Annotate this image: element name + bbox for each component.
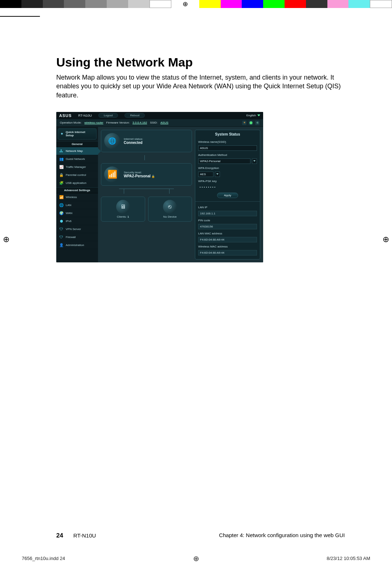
print-footer: 7656_rtn10u.indd 24 ⊕ 8/23/12 10:05:53 A… (22, 556, 370, 561)
op-mode-value[interactable]: wireless router (85, 121, 103, 124)
footer-chapter: Chapter 4: Network configuration using t… (219, 532, 345, 539)
enc-field-label: WPA Encryption (198, 166, 257, 170)
page-footer: 24 RT-N10U Chapter 4: Network configurat… (56, 532, 345, 539)
wifi-icon: 📶 (59, 195, 64, 199)
ssid-input[interactable] (198, 145, 257, 151)
router-ui-screenshot: ASUS RT-N10U Logout Reboot English Opera… (56, 112, 263, 262)
usb-icon: ⎋ (163, 200, 177, 214)
sidebar-item-vpn-server[interactable]: 🛡VPN Server (56, 225, 98, 233)
sidebar-heading-advanced: Advanced Settings (56, 187, 98, 193)
clients-card[interactable]: 🖥 Clients: 1 (101, 197, 145, 222)
enc-select[interactable] (198, 172, 213, 177)
sidebar-item-firewall[interactable]: 🛡Firewall (56, 233, 98, 241)
enc-dropdown-button[interactable] (215, 172, 220, 177)
psk-field-label: WPA-PSK key (198, 180, 257, 183)
sidebar-item-network-map[interactable]: 🖧Network Map (56, 147, 98, 155)
apply-button[interactable]: Apply (217, 193, 238, 198)
intro-paragraph: Network Map allows you to view the statu… (56, 73, 345, 100)
reboot-button[interactable]: Reboot (124, 113, 145, 118)
admin-icon: 👤 (59, 243, 64, 247)
separator (195, 201, 260, 202)
sidebar-item-label: WAN (66, 212, 72, 215)
usb-card[interactable]: ⎋ No Device (148, 197, 192, 222)
color-calibration-bar: ⊕ (0, 0, 392, 8)
sidebar-item-administration[interactable]: 👤Administration (56, 241, 98, 249)
sidebar-item-wireless[interactable]: 📶Wireless (56, 193, 98, 201)
lanip-value: 192.168.1.1 (198, 211, 257, 216)
auth-dropdown-button[interactable] (252, 158, 257, 164)
lock-icon: 🔒 (59, 173, 64, 177)
print-timestamp: 8/23/12 10:05:53 AM (327, 556, 370, 561)
lanmac-value: F4:6D:04:80:A9:44 (198, 237, 257, 242)
wmac-label: Wireless MAC address (198, 245, 257, 248)
ssid-field-label: Wireless name(SSID) (198, 140, 257, 144)
chevron-down-icon (257, 114, 260, 116)
sidebar-item-usb-application[interactable]: 🧩USB application (56, 179, 98, 187)
globe-icon: 🌐 (104, 133, 120, 149)
sidebar-item-label: Wireless (66, 196, 77, 199)
ssid-value[interactable]: ASUS (160, 121, 168, 124)
puzzle-icon: 🧩 (59, 181, 64, 185)
connector-branch (101, 189, 192, 194)
connector-line (101, 155, 192, 160)
logout-button[interactable]: Logout (98, 113, 118, 118)
sidebar-item-label: Firewall (66, 235, 76, 239)
indd-filename: 7656_rtn10u.indd 24 (22, 556, 65, 561)
security-level-card[interactable]: 📶 Security level: WPA2-Personal🔒 (101, 163, 192, 186)
sidebar-item-wan[interactable]: 🌍WAN (56, 209, 98, 217)
guest-icon: 👥 (59, 157, 64, 161)
sidebar-item-parental-control[interactable]: 🔒Parental control (56, 171, 98, 179)
registration-mark-left-icon: ⊕ (3, 235, 9, 244)
status-cards-column: 🌐 Internet status: Connected 📶 Security … (101, 130, 192, 259)
page-number: 24 (56, 532, 63, 539)
clients-label: Clients: (117, 215, 127, 218)
op-mode-label: Operation Mode: (60, 121, 82, 124)
system-status-title: System Status (198, 132, 257, 138)
sidebar-item-label: Parental control (66, 173, 86, 177)
network-map-icon: 🖧 (59, 149, 64, 153)
usb-label: No Device (163, 215, 177, 218)
qis-button[interactable]: ✦ Quick Internet Setup (58, 128, 97, 140)
vpn-icon: 🛡 (59, 227, 64, 231)
lanmac-label: LAN MAC address (198, 232, 257, 235)
usb-status-icon: ⎋ (255, 121, 260, 125)
internet-status-card[interactable]: 🌐 Internet status: Connected (101, 130, 192, 152)
security-level-value: WPA2-Personal🔒 (124, 174, 155, 178)
sidebar-item-label: Traffic Manager (66, 165, 86, 169)
router-info-bar: Operation Mode: wireless router Firmware… (56, 119, 263, 127)
asus-logo: ASUS (59, 113, 72, 118)
internet-status-value: Connected (124, 141, 143, 145)
monitor-icon: 🖥 (116, 200, 130, 214)
system-status-panel: System Status Wireless name(SSID) Authen… (195, 130, 260, 259)
sidebar-item-traffic-manager[interactable]: 📈Traffic Manager (56, 163, 98, 171)
router-icon: 📶 (104, 166, 120, 182)
globe-icon: 🌍 (59, 211, 64, 215)
pin-label: PIN code (198, 219, 257, 222)
auth-field-label: Authentication Method (198, 153, 257, 157)
router-model: RT-N10U (78, 114, 92, 117)
router-main: 🌐 Internet status: Connected 📶 Security … (98, 127, 263, 262)
sidebar-item-lan[interactable]: 🌐LAN (56, 201, 98, 209)
shield-icon: 🛡 (59, 235, 64, 239)
qis-label: Quick Internet Setup (66, 131, 94, 137)
fw-value[interactable]: 3.0.0.4.162 (132, 121, 147, 124)
signal-icon: ☀ (242, 121, 246, 125)
fw-label: Firmware Version: (106, 121, 130, 124)
ssid-label: SSID: (150, 121, 158, 124)
sidebar-item-guest-network[interactable]: 👥Guest Network (56, 155, 98, 163)
language-label: English (246, 114, 256, 117)
router-top-bar: ASUS RT-N10U Logout Reboot English (56, 112, 263, 119)
router-sidebar: ✦ Quick Internet Setup General 🖧Network … (56, 127, 98, 262)
chevron-down-icon (253, 160, 256, 162)
language-selector[interactable]: English (246, 114, 260, 117)
psk-input[interactable] (198, 185, 257, 189)
chevron-down-icon (216, 173, 219, 175)
sidebar-heading-general: General (56, 141, 98, 147)
ipv6-icon: ⬢ (59, 219, 64, 223)
traffic-icon: 📈 (59, 165, 64, 169)
sidebar-item-label: Guest Network (66, 157, 85, 161)
auth-select[interactable] (198, 158, 250, 164)
page-heading: Using the Network Map (56, 55, 345, 69)
lock-icon: 🔒 (151, 175, 155, 178)
sidebar-item-ipv6[interactable]: ⬢IPv6 (56, 217, 98, 225)
